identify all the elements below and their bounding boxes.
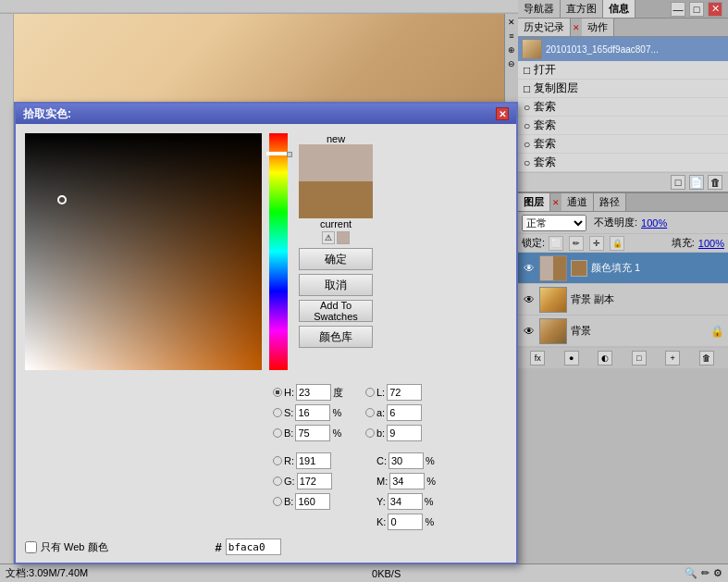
- toolbar-icon-1[interactable]: ✕: [506, 16, 518, 28]
- action-lasso2[interactable]: ○ 套索: [518, 117, 728, 135]
- tab-histogram[interactable]: 直方图: [561, 0, 603, 18]
- lock-position[interactable]: ✛: [589, 236, 604, 251]
- color-picker-cursor: [57, 195, 67, 204]
- history-item-active[interactable]: 20101013_165df9aac807...: [518, 37, 728, 61]
- status-icon-1[interactable]: 🔍: [685, 567, 697, 579]
- layer-item-bg[interactable]: 👁 背景 🔒: [518, 316, 728, 347]
- color-warning-swatch[interactable]: [337, 231, 350, 244]
- layer-eye-fill[interactable]: 👁: [522, 261, 537, 276]
- cancel-button[interactable]: 取消: [299, 274, 373, 296]
- h-radio[interactable]: [273, 388, 282, 397]
- color-library-button[interactable]: 颜色库: [299, 326, 373, 348]
- tab-layers[interactable]: 图层: [518, 193, 550, 211]
- opacity-value[interactable]: 100%: [641, 217, 667, 229]
- panel-close-btn[interactable]: ✕: [708, 2, 722, 17]
- action-lasso3[interactable]: ○ 套索: [518, 135, 728, 154]
- b3-input[interactable]: [387, 425, 422, 441]
- a-input[interactable]: [387, 404, 422, 421]
- b2-radio[interactable]: [273, 497, 282, 506]
- layer-delete-btn[interactable]: 🗑: [699, 351, 714, 365]
- k-input-row: K: %: [365, 513, 436, 531]
- add-to-swatches-button[interactable]: Add To Swatches: [299, 300, 373, 322]
- status-doc-info: 文档:3.09M/7.40M: [6, 566, 88, 580]
- layer-name-bg: 背景: [571, 324, 710, 338]
- web-hex-area: 只有 Web 颜色 #: [16, 535, 516, 563]
- g-input[interactable]: [297, 473, 332, 489]
- b2-input[interactable]: [295, 493, 330, 510]
- action-lasso2-label: 套索: [534, 118, 556, 133]
- y-input[interactable]: [388, 493, 423, 510]
- layer-group-btn[interactable]: □: [632, 351, 647, 365]
- tab-channels[interactable]: 通道: [561, 193, 594, 211]
- tab-navigator[interactable]: 导航器: [518, 0, 561, 18]
- layer-adj-btn[interactable]: ◐: [598, 351, 612, 365]
- layer-eye-bg-copy[interactable]: 👁: [522, 292, 537, 307]
- toolbar-icon-3[interactable]: ⊕: [506, 43, 518, 56]
- action-duplicate-layer[interactable]: □ 复制图层: [518, 80, 728, 98]
- action-lasso1[interactable]: ○ 套索: [518, 98, 728, 117]
- layer-mask-fill: [571, 260, 587, 277]
- b-input[interactable]: [295, 425, 330, 441]
- c-input-row: C: %: [365, 452, 436, 470]
- m-input[interactable]: [389, 473, 425, 489]
- action-open[interactable]: □ 打开: [518, 61, 728, 80]
- layer-lock-icon: 🔒: [710, 325, 724, 338]
- dialog-close-btn[interactable]: ✕: [496, 107, 509, 120]
- h-input[interactable]: [296, 384, 331, 401]
- lock-image[interactable]: ✏: [569, 236, 584, 251]
- history-close-icon[interactable]: ✕: [571, 19, 582, 36]
- status-icon-2[interactable]: ✏: [701, 567, 709, 579]
- status-icon-3[interactable]: ⚙: [713, 567, 722, 579]
- toolbar-icon-2[interactable]: ≡: [506, 30, 518, 42]
- l-input[interactable]: [387, 384, 422, 401]
- layer-new-btn[interactable]: +: [665, 351, 680, 365]
- blend-mode-select[interactable]: 正常: [522, 215, 586, 231]
- r-input[interactable]: [296, 452, 331, 469]
- g-input-row: G:: [273, 472, 343, 490]
- lock-transparent[interactable]: ⬜: [549, 236, 563, 251]
- c-input[interactable]: [389, 452, 424, 469]
- layers-close-icon[interactable]: ✕: [550, 193, 561, 211]
- tab-paths[interactable]: 路径: [594, 193, 626, 211]
- web-only-check: 只有 Web 颜色: [25, 540, 108, 554]
- history-new-doc[interactable]: 📄: [689, 175, 704, 190]
- b3-radio[interactable]: [365, 428, 375, 438]
- tab-info[interactable]: 信息: [603, 0, 635, 18]
- fill-value[interactable]: 100%: [698, 238, 724, 249]
- hex-input[interactable]: [226, 539, 281, 555]
- action-lasso4[interactable]: ○ 套索: [518, 154, 728, 172]
- l-radio[interactable]: [365, 388, 375, 397]
- s-radio[interactable]: [273, 408, 282, 417]
- history-delete[interactable]: 🗑: [708, 175, 722, 190]
- dialog-body: new current ⚠ 确定 取消 Add To Swatches 颜色库: [16, 124, 516, 379]
- ok-button[interactable]: 确定: [299, 248, 373, 270]
- k-input[interactable]: [388, 514, 423, 530]
- action-lasso4-label: 套索: [534, 155, 556, 170]
- lock-all[interactable]: 🔒: [610, 236, 624, 251]
- canvas-top: [0, 0, 518, 102]
- color-warning-icon[interactable]: ⚠: [322, 231, 335, 244]
- layer-fx-btn[interactable]: fx: [530, 351, 545, 365]
- opacity-label: 不透明度:: [594, 216, 637, 229]
- layer-eye-bg[interactable]: 👁: [522, 324, 537, 339]
- hue-slider[interactable]: [269, 133, 288, 370]
- g-radio[interactable]: [273, 477, 282, 486]
- action-lasso1-icon: ○: [524, 101, 530, 114]
- panel-maximize[interactable]: □: [689, 2, 704, 17]
- layer-item-fill[interactable]: 👁 颜色填充 1: [518, 253, 728, 284]
- a-radio[interactable]: [365, 408, 375, 417]
- r-radio[interactable]: [273, 456, 282, 465]
- b-radio[interactable]: [273, 428, 282, 438]
- s-input[interactable]: [295, 404, 330, 421]
- action-open-label: 打开: [534, 62, 556, 78]
- panel-minimize[interactable]: —: [671, 2, 685, 17]
- color-gradient-picker[interactable]: [25, 133, 262, 370]
- web-only-checkbox[interactable]: [25, 541, 37, 553]
- layer-mask-btn[interactable]: ●: [564, 351, 579, 365]
- toolbar-icon-4[interactable]: ⊖: [506, 57, 518, 69]
- layer-item-bg-copy[interactable]: 👁 背景 副本: [518, 284, 728, 316]
- action-lasso4-icon: ○: [524, 156, 530, 169]
- history-new-snapshot[interactable]: □: [671, 175, 685, 190]
- tab-history[interactable]: 历史记录: [518, 19, 571, 36]
- tab-actions[interactable]: 动作: [582, 19, 614, 36]
